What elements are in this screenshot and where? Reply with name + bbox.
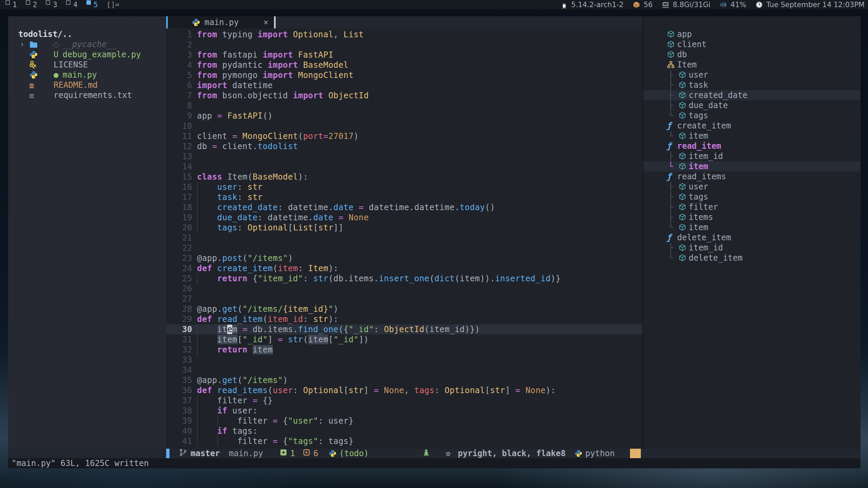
tab-close-icon[interactable]: ×	[263, 16, 268, 28]
code-line[interactable]: 12db = client.todolist	[166, 141, 643, 151]
code-line[interactable]: 1from typing import Optional, List	[166, 29, 643, 40]
outline-item-client[interactable]: client	[643, 39, 861, 49]
code-line[interactable]: 40 if tags:	[166, 426, 643, 436]
outline-item-user[interactable]: ├user	[643, 70, 861, 80]
workspace-button-2[interactable]: 2	[22, 0, 41, 9]
code-line[interactable]: 13	[166, 151, 643, 162]
outline-item-read_items[interactable]: ƒread_items	[643, 171, 861, 182]
code-line[interactable]: 23@app.post("/items")	[166, 253, 643, 263]
outline-item-item[interactable]: └item	[643, 222, 861, 232]
tab-main-py[interactable]: main.py ×	[168, 16, 274, 28]
command-line[interactable]: "main.py" 63L, 1625C written	[8, 458, 861, 468]
outline-item-item_id[interactable]: ├item_id	[643, 243, 861, 253]
outline-item-read_item[interactable]: ƒread_item	[643, 141, 861, 151]
code-line[interactable]: 27	[166, 294, 643, 304]
code-line[interactable]: 11client = MongoClient(port=27017)	[166, 131, 643, 141]
outline-item-user[interactable]: ├user	[643, 182, 861, 192]
workspace-button-5[interactable]: 5	[83, 0, 101, 9]
code-line[interactable]: 41 filter = {"tags": tags}	[166, 436, 643, 446]
code-line[interactable]: 32 return item	[166, 345, 643, 355]
code-line[interactable]: 35@app.get("/items")	[166, 375, 643, 385]
code-line[interactable]: 31 item["_id"] = str(item["_id"])	[166, 334, 643, 345]
bar-item-package: 56	[632, 1, 653, 9]
code-line[interactable]: 29def read_item(item_id: str):	[166, 314, 643, 324]
outline-item-app[interactable]: app	[643, 29, 861, 39]
outline-item-item[interactable]: └item	[643, 161, 861, 171]
tree-item-label: README.md	[54, 80, 98, 90]
tree-item-label: ●main.py	[54, 70, 97, 80]
workspace-button-1[interactable]: 1	[2, 0, 20, 9]
tree-item-readme-md[interactable]: ≡README.md	[8, 80, 166, 90]
outline-item-delete_item[interactable]: ƒdelete_item	[643, 232, 861, 243]
tree-item-license[interactable]: LICENSE	[8, 60, 166, 70]
code-line[interactable]: 26	[166, 284, 643, 294]
filetype-label: python	[585, 449, 615, 458]
outline-item-filter[interactable]: ├filter	[643, 202, 861, 212]
tree-item---pycache--[interactable]: ›◌__pycache__	[8, 39, 166, 49]
code-line[interactable]: 33	[166, 355, 643, 365]
code-line[interactable]: 24def create_item(item: Item):	[166, 263, 643, 273]
code-line[interactable]: 28@app.get("/items/{item_id}")	[166, 304, 643, 314]
code-line[interactable]: 7from bson.objectid import ObjectId	[166, 90, 643, 101]
folder-arrow-icon[interactable]: ›	[20, 39, 24, 49]
cursor: e	[227, 325, 232, 334]
code-text: created_date: datetime.date = datetime.d…	[197, 202, 495, 212]
tree-item-debug-example-py[interactable]: Udebug_example.py	[8, 49, 166, 60]
markdown-icon: ≡	[29, 81, 34, 91]
bar-item-memory: 8.8Gi/31Gi	[662, 1, 710, 9]
line-number: 3	[166, 50, 192, 60]
outline-item-items[interactable]: ├items	[643, 212, 861, 222]
code-line[interactable]: 22	[166, 243, 643, 253]
line-number: 22	[166, 243, 192, 253]
code-line[interactable]: 18 created_date: datetime.date = datetim…	[166, 202, 643, 212]
code-line[interactable]: 37 filter = {}	[166, 395, 643, 406]
workspace-button-3[interactable]: 3	[42, 0, 61, 9]
code-text: import datetime	[197, 80, 273, 90]
code-text: tags: Optional[List[str]]	[197, 223, 343, 233]
code-line[interactable]: 36def read_items(user: Optional[str] = N…	[166, 385, 643, 395]
outline-item-item_id[interactable]: ├item_id	[643, 151, 861, 161]
code-line[interactable]: 34	[166, 365, 643, 375]
code-line[interactable]: 5from pymongo import MongoClient	[166, 70, 643, 80]
tree-item-main-py[interactable]: ●main.py	[8, 70, 166, 80]
tree-connector: ├	[668, 192, 673, 202]
outline-item-tags[interactable]: ├tags	[643, 192, 861, 202]
outline-item-created_date[interactable]: ├created_date	[643, 90, 861, 100]
workspace-button-4[interactable]: 4	[63, 0, 81, 9]
code-line[interactable]: 39 filter = {"user": user}	[166, 416, 643, 426]
outline-item-Item[interactable]: Item	[643, 60, 861, 70]
desktop: { "topbar": { "workspaces": [ {"label":"…	[0, 0, 868, 488]
code-line[interactable]: 19 due_date: datetime.date = None	[166, 212, 643, 223]
code-line[interactable]: 8	[166, 101, 643, 111]
code-line[interactable]: 30 item = db.items.find_one({"_id": Obje…	[166, 324, 643, 334]
code-line[interactable]: 10	[166, 121, 643, 131]
statusline-left: master main.py 1 6 (todo)	[179, 449, 369, 458]
code-line[interactable]: 38 if user:	[166, 406, 643, 416]
code-area[interactable]: 1from typing import Optional, List23from…	[166, 28, 643, 446]
outline-item-due_date[interactable]: ├due_date	[643, 100, 861, 110]
outline-item-task[interactable]: ├task	[643, 80, 861, 90]
code-text: from pydantic import BaseModel	[197, 60, 349, 70]
outline-item-tags[interactable]: └tags	[643, 110, 861, 121]
tree-item-requirements-txt[interactable]: ≡requirements.txt	[8, 90, 166, 100]
outline-item-delete_item[interactable]: └delete_item	[643, 253, 861, 263]
git-status-badge: U	[54, 50, 58, 59]
outline-item-db[interactable]: db	[643, 49, 861, 60]
code-line[interactable]: 17 task: str	[166, 192, 643, 202]
code-line[interactable]: 3from fastapi import FastAPI	[166, 50, 643, 60]
code-line[interactable]: 20 tags: Optional[List[str]]	[166, 223, 643, 233]
code-line[interactable]: 6import datetime	[166, 80, 643, 90]
code-line[interactable]: 2	[166, 40, 643, 50]
outline-item-item[interactable]: └item	[643, 131, 861, 141]
code-line[interactable]: 21	[166, 233, 643, 243]
code-line[interactable]: 14	[166, 162, 643, 172]
code-line[interactable]: 4from pydantic import BaseModel	[166, 60, 643, 70]
tree-root-row[interactable]: todolist/..	[8, 29, 166, 39]
code-line[interactable]: 25 return {"item_id": str(db.items.inser…	[166, 273, 643, 284]
code-line[interactable]: 9app = FastAPI()	[166, 111, 643, 121]
code-line[interactable]: 15class Item(BaseModel):	[166, 172, 643, 182]
code-line[interactable]: 16 user: str	[166, 182, 643, 192]
code-text: @app.get("/items/{item_id}")	[197, 304, 338, 314]
outline-item-create_item[interactable]: ƒcreate_item	[643, 121, 861, 131]
line-number: 20	[166, 223, 192, 233]
